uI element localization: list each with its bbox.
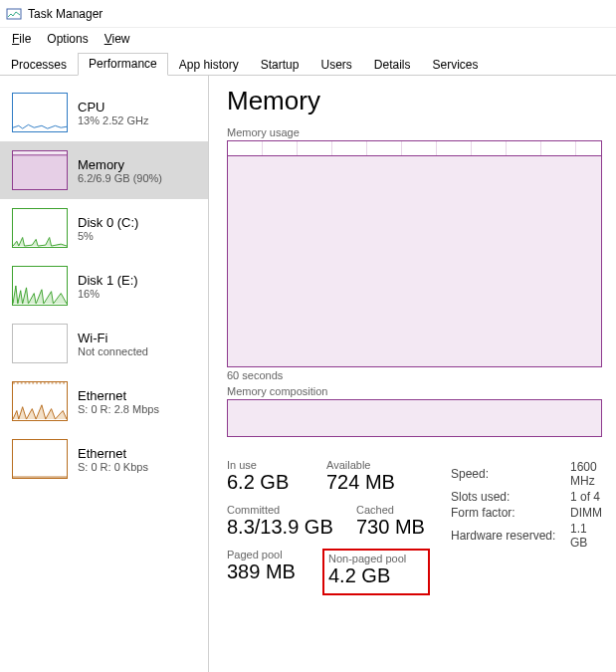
tab-app-history[interactable]: App history [168,54,250,77]
avail-value: 724 MB [326,471,395,494]
menu-file[interactable]: File [4,30,39,48]
sidebar-sub: 16% [78,288,138,300]
avail-label: Available [326,459,395,471]
app-icon [6,6,22,22]
committed-label: Committed [227,504,356,516]
form-value: DIMM [570,505,602,521]
sidebar-item-memory[interactable]: Memory 6.2/6.9 GB (90%) [0,141,208,199]
slots-label: Slots used: [451,489,570,505]
sidebar-item-ethernet-2[interactable]: Ethernet S: 0 R: 0 Kbps [0,430,208,488]
page-title: Memory [227,86,602,116]
usage-label: Memory usage [227,126,602,138]
sidebar: CPU 13% 2.52 GHz Memory 6.2/6.9 GB (90%)… [0,76,209,672]
disk-thumb [12,266,68,306]
menu-options[interactable]: Options [39,30,96,48]
sidebar-label: CPU [78,100,149,114]
ethernet-thumb [12,381,68,421]
hw-label: Hardware reserved: [451,521,570,551]
speed-value: 1600 MHz [570,459,602,489]
nonpaged-label: Non-paged pool [328,553,406,564]
sidebar-sub: Not connected [78,345,148,357]
sidebar-sub: 13% 2.52 GHz [78,114,149,126]
nonpaged-value: 4.2 GB [328,564,406,587]
sidebar-item-cpu[interactable]: CPU 13% 2.52 GHz [0,84,208,141]
committed-value: 8.3/13.9 GB [227,516,356,539]
nonpaged-highlight: Non-paged pool4.2 GB [322,549,430,595]
tab-details[interactable]: Details [363,54,422,77]
window-title: Task Manager [28,7,103,21]
memory-meta-table: Speed:1600 MHz Slots used:1 of 4 Form fa… [451,459,602,551]
hw-value: 1.1 GB [570,521,602,551]
tab-services[interactable]: Services [422,54,490,77]
sidebar-item-ethernet-1[interactable]: Ethernet S: 0 R: 2.8 Mbps [0,372,208,430]
sidebar-sub: S: 0 R: 2.8 Mbps [78,403,159,415]
graph-xaxis: 60 seconds [227,369,602,381]
sidebar-label: Disk 1 (E:) [78,273,138,288]
sidebar-label: Disk 0 (C:) [78,215,138,230]
paged-value: 389 MB [227,560,326,583]
svg-rect-1 [13,155,67,189]
memory-usage-graph[interactable] [227,140,602,367]
detail-pane: Memory Memory usage 60 seconds Memory co… [209,76,616,672]
cached-label: Cached [356,504,425,516]
sidebar-label: Wi-Fi [78,331,148,345]
cpu-thumb [12,93,68,132]
tab-startup[interactable]: Startup [250,54,310,77]
disk-thumb [12,208,68,248]
tab-users[interactable]: Users [309,54,362,77]
menu-bar: File Options View [0,28,616,50]
memory-thumb [12,150,68,190]
sidebar-item-disk1[interactable]: Disk 1 (E:) 16% [0,257,208,315]
sidebar-sub: 5% [78,230,138,242]
ethernet-thumb [12,439,68,479]
speed-label: Speed: [451,459,570,489]
comp-label: Memory composition [227,385,602,397]
sidebar-label: Ethernet [78,446,148,461]
inuse-label: In use [227,459,326,471]
tab-strip: Processes Performance App history Startu… [0,52,616,76]
memory-composition-bar[interactable] [227,399,602,437]
tab-performance[interactable]: Performance [78,53,168,76]
cached-value: 730 MB [356,516,425,539]
slots-value: 1 of 4 [570,489,602,505]
sidebar-sub: S: 0 R: 0 Kbps [78,461,148,473]
inuse-value: 6.2 GB [227,471,326,494]
sidebar-label: Ethernet [78,388,159,403]
paged-label: Paged pool [227,549,326,560]
menu-view[interactable]: View [97,30,138,48]
tab-processes[interactable]: Processes [0,54,78,77]
form-label: Form factor: [451,505,570,521]
sidebar-label: Memory [78,157,162,172]
sidebar-item-wifi[interactable]: Wi-Fi Not connected [0,315,208,372]
sidebar-sub: 6.2/6.9 GB (90%) [78,172,162,184]
sidebar-item-disk0[interactable]: Disk 0 (C:) 5% [0,199,208,257]
title-bar: Task Manager [0,0,616,28]
wifi-thumb [12,324,68,363]
